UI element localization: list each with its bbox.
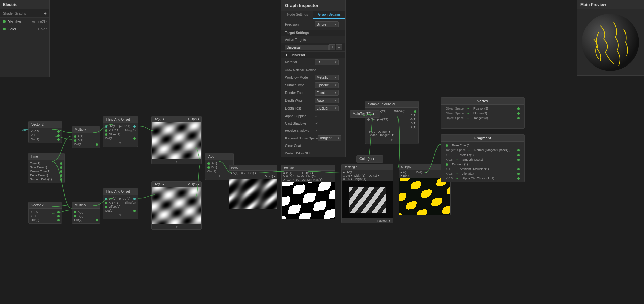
active-targets-row: Active Targets — [281, 36, 345, 43]
fragment-normal-dropdown[interactable]: Tangent ▼ — [318, 135, 341, 141]
port-m2-b: B(2) — [74, 214, 98, 218]
tab-node-settings[interactable]: Node Settings — [281, 11, 313, 19]
tab-graph-settings[interactable]: Graph Settings — [313, 11, 345, 19]
node-power[interactable]: Power ● A(1) X 2 B(1) ● Out(1) ● — [229, 165, 277, 209]
node-tiling1-body: UV(2)▶ UV(2) X 1 Y 1Tiling(2) Offset(2) … — [103, 123, 138, 147]
tiling2-expand[interactable]: ▼ — [105, 213, 136, 218]
precision-arrow: ▼ — [334, 23, 337, 26]
sn1-uv-in: UV(2) ● — [154, 117, 164, 121]
add-target-button[interactable]: + — [329, 44, 335, 50]
port-sinetime: Sine Time(1) — [30, 165, 62, 169]
port-m1-a: A(2) — [74, 134, 98, 138]
node-tiling1[interactable]: Tiling And Offset UV(2)▶ UV(2) X 1 Y 1Ti… — [103, 116, 138, 147]
render-face-dropdown[interactable]: Front ▼ — [315, 90, 339, 96]
node-simple-noise2[interactable]: UV(2) ● Out(2) ● ▼ — [151, 181, 202, 230]
tiling1-expand[interactable]: ▼ — [105, 140, 136, 145]
st-expand[interactable]: ▼ — [367, 137, 416, 142]
port-time: Time(1) — [30, 161, 62, 165]
render-face-value: Front — [317, 91, 325, 95]
cast-shadows-row: Cast Shadows ✓ — [281, 120, 345, 127]
fragment-panel: Fragment Base Color(3) Tangent Space ↔ N… — [441, 134, 525, 182]
depth-test-dropdown[interactable]: L Equal ▼ — [315, 105, 339, 111]
node-multiply2[interactable]: Multiply A(2) B(2) Out(2) — [72, 202, 100, 224]
vertex-port-normal: Object Space ↔ Normal(3) — [443, 111, 522, 116]
sn1-expand[interactable]: ▼ — [152, 159, 201, 164]
port-y2: Y -1 — [31, 214, 60, 218]
node-sample-texture[interactable]: Sample Texture 2D Texture(T2)RGBA(4) UV(… — [365, 101, 419, 144]
node-simple-noise1[interactable]: UV(2) ● Out(2) ● ▼ — [151, 116, 202, 164]
target-buttons: + − — [329, 44, 342, 50]
node-rectangle[interactable]: Rectangle ● UV(2) X 0.5 ● Width(1) Out(1… — [341, 164, 393, 223]
port-t1-uv: UV(2)▶ UV(2) — [105, 124, 136, 128]
shader-item-maintex[interactable]: MainTex Texture2D — [0, 18, 49, 25]
node-maintex-input[interactable]: MainTex(T2) ● — [350, 110, 380, 118]
main-preview-title: Main Preview — [577, 0, 644, 9]
depth-write-value: Auto — [317, 99, 324, 102]
material-dropdown[interactable]: Lit ▼ — [315, 59, 339, 65]
node-vector2-2[interactable]: Vector 2 X 0.5 Y -1 Out(2) — [28, 202, 62, 224]
alpha-clipping-row: Alpha Clipping ✓ — [281, 112, 345, 120]
sn2-expand[interactable]: ▼ — [152, 224, 201, 229]
node-tiling2[interactable]: Tiling And Offset UV(2)▶ UV(2) X 1 Y 1Ti… — [103, 188, 138, 219]
depth-test-row: Depth Test L Equal ▼ — [281, 104, 345, 112]
node-time[interactable]: Time Time(1) Sine Time(1) Cosine Time(1)… — [28, 153, 65, 183]
depth-test-value: L Equal — [317, 106, 328, 110]
frag-port-smoothness: X 0.5 ↔ Smoothness(1) — [443, 157, 522, 162]
shader-item-color[interactable]: Color Color — [0, 25, 49, 33]
inspector-tabs: Node Settings Graph Settings — [281, 11, 345, 19]
canvas-area: Electric Shader Graphs + MainTex Texture… — [0, 0, 644, 304]
node-vector2-1-body: X -0.5 Y 1 Out(2) — [29, 128, 62, 143]
remove-target-button[interactable]: − — [336, 44, 342, 50]
universal-header[interactable]: ▼ Universal — [281, 51, 345, 58]
surface-type-value: Opaque — [317, 83, 329, 87]
color-type: Color — [38, 27, 47, 31]
fragment-normal-label: Fragment Normal Space — [285, 137, 318, 140]
custom-editor-label: Custom Editor GUI — [285, 151, 315, 155]
port-m2-a: A(2) — [74, 210, 98, 214]
shader-graphs-label: Shader Graphs — [3, 12, 26, 15]
precision-dropdown[interactable]: Single ▼ — [315, 21, 339, 27]
shader-graphs-panel: Electric Shader Graphs + MainTex Texture… — [0, 0, 50, 77]
frag-port-alpha: X 0.5 ↔ Alpha(1) — [443, 171, 522, 176]
shader-graphs-subheader: Shader Graphs + — [0, 9, 49, 18]
node-tiling2-body: UV(2)▶ UV(2) X 1 Y 1Tiling(2) Offset(2) … — [103, 195, 138, 219]
node-tiling1-header: Tiling And Offset — [103, 116, 138, 123]
node-color-input[interactable]: Color(4) ● — [356, 155, 383, 163]
precision-value: Single — [317, 23, 326, 26]
node-remap[interactable]: Remap ● In(1) Out(1) ● X 0 Y 1 In Min Ma… — [281, 165, 335, 219]
fragment-panel-body: Base Color(3) Tangent Space ↔ Normal (Ta… — [441, 142, 524, 182]
port-deltatime: Delta Time(1) — [30, 173, 62, 177]
inspector-panel: Graph Inspector Node Settings Graph Sett… — [281, 0, 346, 157]
maintex-type: Texture2D — [30, 19, 47, 24]
remap-ports: ● In(1) Out(1) ● X 0 Y 1 In Min Max(3) X… — [282, 171, 335, 182]
port-t1-tiling: X 1 Y 1Tiling(2) — [105, 128, 136, 132]
st-type: Type Default ▼ Space Tangent ▼ — [367, 129, 416, 137]
node-simple-noise1-header: UV(2) ● Out(2) ● — [152, 116, 201, 122]
fragment-normal-row: Fragment Normal Space Tangent ▼ — [281, 134, 345, 142]
fragment-panel-header: Fragment — [441, 135, 524, 142]
receive-shadows-check: ✓ — [315, 129, 318, 133]
rectangle-fastest: Fastest ▼ — [342, 218, 393, 223]
target-row: + − — [285, 44, 342, 50]
frag-port-basecolor: Base Color(3) — [443, 143, 522, 148]
target-input[interactable] — [285, 45, 329, 50]
node-vector2-2-header: Vector 2 — [29, 202, 62, 209]
node-multiply1[interactable]: Multiply A(2) B(2) Out(2) — [72, 126, 100, 148]
add-shader-button[interactable]: + — [44, 11, 47, 16]
color-dot — [3, 28, 6, 30]
node-rectangle-header: Rectangle — [342, 164, 393, 170]
inspector-title: Graph Inspector — [281, 0, 345, 11]
node-tiling2-header: Tiling And Offset — [103, 188, 138, 195]
surface-type-dropdown[interactable]: Opaque ▼ — [315, 82, 339, 88]
frag-port-alphaclip: X 0.5 ↔ Alpha Clip Threshold(1) — [443, 176, 522, 181]
add-expand[interactable]: ▼ — [207, 173, 231, 178]
workflow-dropdown[interactable]: Metallic ▼ — [315, 75, 339, 80]
node-add-header: Add — [205, 153, 233, 160]
port-add-b: B(1) — [207, 165, 231, 169]
port-cosinetime: Cosine Time(1) — [30, 169, 62, 173]
clear-coat-label: Clear Coat — [285, 144, 315, 148]
rectangle-ports: ● UV(2) X 0.5 ● Width(1) Out(1) ● X 0.5 … — [342, 170, 393, 181]
node-vector2-1[interactable]: Vector 2 X -0.5 Y 1 Out(2) — [28, 121, 62, 143]
depth-write-dropdown[interactable]: Auto ▼ — [315, 98, 339, 103]
allow-material-row: Allow Material Override — [281, 66, 345, 74]
